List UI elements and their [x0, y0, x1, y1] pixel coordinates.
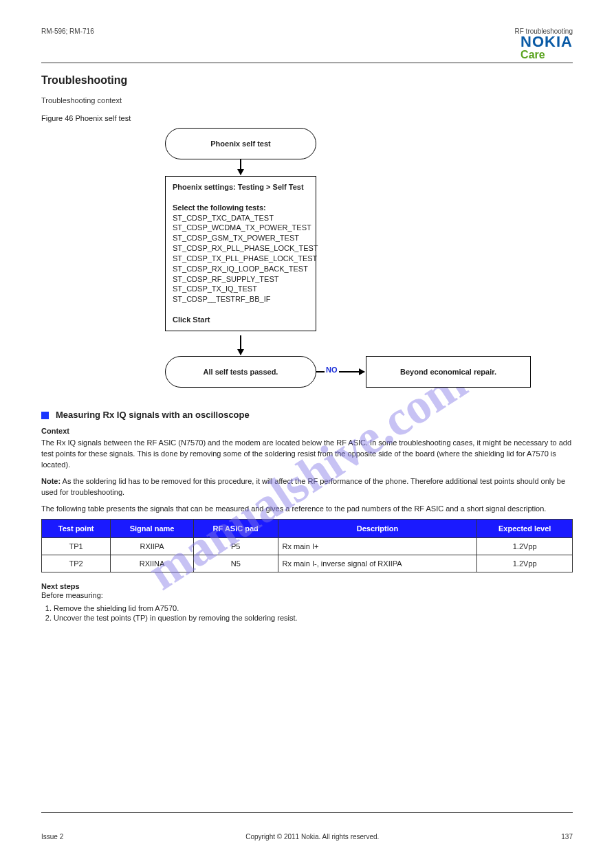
page-footer: Issue 2 Copyright © 2011 Nokia. All righ…	[41, 833, 573, 841]
edge-no-label: NO	[325, 366, 339, 374]
nextsteps-label: Next steps	[41, 582, 573, 590]
select-label: Select the following tests:	[173, 203, 266, 212]
section-heading-row: Measuring Rx IQ signals with an oscillos…	[41, 410, 573, 420]
flow-process: Phoenix settings: Testing > Self Test Se…	[165, 176, 316, 331]
footer-right: 137	[561, 833, 573, 841]
care-wordmark: Care	[520, 49, 573, 60]
note-block: Note: As the soldering lid has to be rem…	[41, 476, 573, 498]
test-4: ST_CDSP_TX_PLL_PHASE_LOCK_TEST	[173, 254, 317, 263]
click-start-label: Click Start	[173, 315, 210, 324]
test-0: ST_CDSP_TXC_DATA_TEST	[173, 214, 274, 222]
signal-table: Test point Signal name RF ASIC pad Descr…	[41, 519, 573, 572]
test-8: ST_CDSP__TESTRF_BB_IF	[173, 295, 270, 303]
nokia-wordmark: NOKIA	[520, 34, 573, 49]
th-pad: RF ASIC pad	[193, 519, 278, 537]
test-6: ST_CDSP_RF_SUPPLY_TEST	[173, 275, 278, 283]
page: RM-596; RM-716 RF troubleshooting NOKIA …	[0, 0, 614, 868]
th-desc: Description	[278, 519, 477, 537]
table-row: TP1 RXIIPA P5 Rx main I+ 1.2Vpp	[42, 537, 573, 555]
brand-logo: NOKIA Care	[520, 34, 573, 60]
flow-start-label: Phoenix self test	[210, 140, 270, 148]
cell: RXIINA	[111, 555, 194, 572]
test-1: ST_CDSP_WCDMA_TX_POWER_TEST	[173, 223, 311, 232]
flow-decision-label: All self tests passed.	[204, 368, 278, 376]
table-caption: The following table presents the signals…	[41, 504, 573, 515]
list-item: Remove the shielding lid from A7570.	[54, 604, 573, 612]
test-7: ST_CDSP_TX_IQ_TEST	[173, 285, 257, 293]
list-item: Uncover the test points (TP) in question…	[54, 614, 573, 622]
footer-center: Copyright © 2011 Nokia. All rights reser…	[245, 833, 379, 841]
cell: P5	[193, 537, 278, 555]
cell: Rx main I-, inverse signal of RXIIPA	[278, 555, 477, 572]
section-heading: Measuring Rx IQ signals with an oscillos…	[56, 410, 250, 420]
cell: N5	[193, 555, 278, 572]
cell: TP1	[42, 537, 111, 555]
table-header-row: Test point Signal name RF ASIC pad Descr…	[42, 519, 573, 537]
test-3: ST_CDSP_RX_PLL_PHASE_LOCK_TEST	[173, 244, 318, 252]
square-bullet-icon	[41, 412, 49, 419]
th-signal: Signal name	[111, 519, 194, 537]
header-left: RM-596; RM-716	[41, 27, 94, 35]
th-level: Expected level	[477, 519, 573, 537]
figure-caption: Figure 46 Phoenix self test	[41, 114, 573, 122]
table-row: TP2 RXIINA N5 Rx main I-, inverse signal…	[42, 555, 573, 572]
nextsteps-before: Before measuring:	[41, 590, 573, 601]
cell: RXIIPA	[111, 537, 194, 555]
th-testpoint: Test point	[42, 519, 111, 537]
cell: 1.2Vpp	[477, 537, 573, 555]
note-label: Note:	[41, 477, 61, 485]
flow-terminal-label: Beyond economical repair.	[400, 368, 496, 376]
test-5: ST_CDSP_RX_IQ_LOOP_BACK_TEST	[173, 265, 308, 273]
nextsteps-list: Remove the shielding lid from A7570. Unc…	[41, 604, 573, 622]
flow-start: Phoenix self test	[165, 128, 316, 159]
arrow-down-2	[240, 335, 241, 355]
cell: TP2	[42, 555, 111, 572]
cell: 1.2Vpp	[477, 555, 573, 572]
header-rule	[41, 63, 573, 63]
footer-left: Issue 2	[41, 833, 63, 841]
arrow-right-no	[316, 371, 364, 372]
troubleshooting-context-label: Troubleshooting context	[41, 96, 573, 104]
note-body: As the soldering lid has to be removed f…	[41, 477, 565, 496]
context-body: The Rx IQ signals between the RF ASIC (N…	[41, 438, 573, 471]
context-label: Context	[41, 427, 573, 435]
test-2: ST_CDSP_GSM_TX_POWER_TEST	[173, 234, 299, 242]
flow-terminal: Beyond economical repair.	[366, 356, 531, 388]
arrow-down-1	[240, 159, 241, 175]
troubleshooting-title: Troubleshooting	[41, 74, 573, 87]
flow-decision: All self tests passed.	[165, 356, 316, 388]
process-heading: Phoenix settings:	[173, 183, 236, 191]
header-meta: RM-596; RM-716 RF troubleshooting	[41, 27, 573, 35]
process-heading-bold: Testing > Self Test	[238, 183, 304, 191]
cell: Rx main I+	[278, 537, 477, 555]
flowchart: Phoenix self test Phoenix settings: Test…	[165, 128, 536, 403]
footer-rule	[41, 812, 573, 813]
